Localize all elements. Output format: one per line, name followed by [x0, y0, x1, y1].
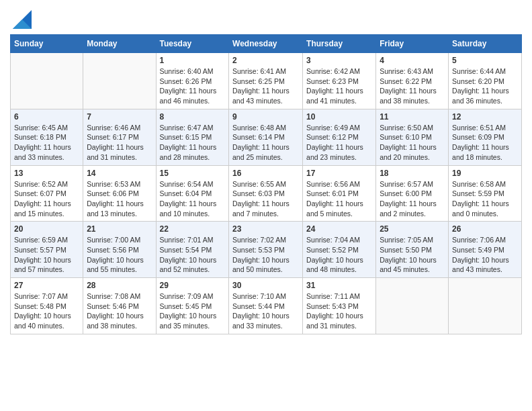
table-row: 31Sunrise: 7:11 AMSunset: 5:43 PMDayligh… [303, 278, 376, 334]
day-number: 19 [452, 169, 518, 178]
table-row: 9Sunrise: 6:48 AMSunset: 6:14 PMDaylight… [229, 109, 303, 165]
day-number: 5 [452, 56, 518, 65]
table-row: 7Sunrise: 6:46 AMSunset: 6:17 PMDaylight… [83, 109, 156, 165]
day-number: 17 [306, 169, 372, 178]
day-info: Sunrise: 7:06 AMSunset: 5:49 PMDaylight:… [452, 235, 518, 275]
day-number: 18 [380, 169, 445, 178]
header [10, 7, 522, 29]
table-row: 2Sunrise: 6:41 AMSunset: 6:25 PMDaylight… [229, 53, 303, 109]
day-info: Sunrise: 6:44 AMSunset: 6:20 PMDaylight:… [452, 66, 518, 106]
table-row: 16Sunrise: 6:55 AMSunset: 6:03 PMDayligh… [229, 165, 303, 222]
table-row: 18Sunrise: 6:57 AMSunset: 6:00 PMDayligh… [376, 165, 449, 222]
table-row: 29Sunrise: 7:09 AMSunset: 5:45 PMDayligh… [156, 278, 229, 334]
calendar-week-row: 20Sunrise: 6:59 AMSunset: 5:57 PMDayligh… [11, 222, 522, 278]
day-info: Sunrise: 7:08 AMSunset: 5:46 PMDaylight:… [87, 291, 152, 331]
day-info: Sunrise: 6:55 AMSunset: 6:03 PMDaylight:… [232, 179, 299, 219]
day-number: 10 [306, 112, 372, 122]
day-of-week-header: Wednesday [229, 35, 303, 53]
day-number: 2 [232, 56, 299, 65]
day-info: Sunrise: 7:00 AMSunset: 5:56 PMDaylight:… [87, 235, 152, 275]
day-info: Sunrise: 7:11 AMSunset: 5:43 PMDaylight:… [306, 291, 372, 331]
day-number: 16 [232, 169, 299, 178]
day-of-week-header: Sunday [11, 35, 83, 53]
day-of-week-header: Monday [83, 35, 156, 53]
day-info: Sunrise: 7:09 AMSunset: 5:45 PMDaylight:… [160, 291, 226, 331]
day-info: Sunrise: 6:42 AMSunset: 6:23 PMDaylight:… [306, 66, 372, 106]
page: SundayMondayTuesdayWednesdayThursdayFrid… [0, 0, 532, 411]
calendar-week-row: 13Sunrise: 6:52 AMSunset: 6:07 PMDayligh… [11, 165, 522, 222]
table-row: 28Sunrise: 7:08 AMSunset: 5:46 PMDayligh… [83, 278, 156, 334]
table-row: 11Sunrise: 6:50 AMSunset: 6:10 PMDayligh… [376, 109, 449, 165]
day-info: Sunrise: 6:46 AMSunset: 6:17 PMDaylight:… [87, 123, 152, 163]
table-row: 3Sunrise: 6:42 AMSunset: 6:23 PMDaylight… [303, 53, 376, 109]
day-number: 13 [14, 169, 79, 178]
table-row: 10Sunrise: 6:49 AMSunset: 6:12 PMDayligh… [303, 109, 376, 165]
table-row: 5Sunrise: 6:44 AMSunset: 6:20 PMDaylight… [449, 53, 522, 109]
day-number: 20 [14, 224, 79, 234]
table-row: 25Sunrise: 7:05 AMSunset: 5:50 PMDayligh… [376, 222, 449, 278]
day-info: Sunrise: 6:52 AMSunset: 6:07 PMDaylight:… [14, 179, 79, 219]
day-number: 4 [380, 56, 445, 65]
day-of-week-header: Saturday [449, 35, 522, 53]
logo-icon [13, 10, 32, 29]
day-info: Sunrise: 6:51 AMSunset: 6:09 PMDaylight:… [452, 123, 518, 163]
day-info: Sunrise: 7:04 AMSunset: 5:52 PMDaylight:… [306, 235, 372, 275]
day-info: Sunrise: 7:05 AMSunset: 5:50 PMDaylight:… [380, 235, 445, 275]
calendar-week-row: 27Sunrise: 7:07 AMSunset: 5:48 PMDayligh… [11, 278, 522, 334]
table-row: 20Sunrise: 6:59 AMSunset: 5:57 PMDayligh… [11, 222, 83, 278]
table-row: 21Sunrise: 7:00 AMSunset: 5:56 PMDayligh… [83, 222, 156, 278]
table-row: 26Sunrise: 7:06 AMSunset: 5:49 PMDayligh… [449, 222, 522, 278]
day-info: Sunrise: 6:49 AMSunset: 6:12 PMDaylight:… [306, 123, 372, 163]
day-number: 27 [14, 281, 79, 290]
table-row [376, 278, 449, 334]
day-number: 9 [232, 112, 299, 122]
day-number: 28 [87, 281, 152, 290]
table-row: 30Sunrise: 7:10 AMSunset: 5:44 PMDayligh… [229, 278, 303, 334]
day-number: 21 [87, 224, 152, 234]
day-number: 25 [380, 224, 445, 234]
day-of-week-header: Friday [376, 35, 449, 53]
day-number: 12 [452, 112, 518, 122]
table-row [11, 53, 83, 109]
table-row: 6Sunrise: 6:45 AMSunset: 6:18 PMDaylight… [11, 109, 83, 165]
table-row: 24Sunrise: 7:04 AMSunset: 5:52 PMDayligh… [303, 222, 376, 278]
day-number: 11 [380, 112, 445, 122]
day-info: Sunrise: 7:07 AMSunset: 5:48 PMDaylight:… [14, 291, 79, 331]
day-number: 6 [14, 112, 79, 122]
table-row: 23Sunrise: 7:02 AMSunset: 5:53 PMDayligh… [229, 222, 303, 278]
day-number: 8 [160, 112, 226, 122]
table-row: 4Sunrise: 6:43 AMSunset: 6:22 PMDaylight… [376, 53, 449, 109]
logo [10, 10, 32, 29]
day-info: Sunrise: 6:50 AMSunset: 6:10 PMDaylight:… [380, 123, 445, 163]
day-number: 24 [306, 224, 372, 234]
table-row: 12Sunrise: 6:51 AMSunset: 6:09 PMDayligh… [449, 109, 522, 165]
day-number: 22 [160, 224, 226, 234]
day-info: Sunrise: 6:45 AMSunset: 6:18 PMDaylight:… [14, 123, 79, 163]
calendar-header-row: SundayMondayTuesdayWednesdayThursdayFrid… [11, 35, 522, 53]
table-row: 27Sunrise: 7:07 AMSunset: 5:48 PMDayligh… [11, 278, 83, 334]
day-number: 26 [452, 224, 518, 234]
table-row: 15Sunrise: 6:54 AMSunset: 6:04 PMDayligh… [156, 165, 229, 222]
table-row: 13Sunrise: 6:52 AMSunset: 6:07 PMDayligh… [11, 165, 83, 222]
day-of-week-header: Thursday [303, 35, 376, 53]
day-number: 7 [87, 112, 152, 122]
day-number: 15 [160, 169, 226, 178]
day-info: Sunrise: 6:48 AMSunset: 6:14 PMDaylight:… [232, 123, 299, 163]
day-info: Sunrise: 6:41 AMSunset: 6:25 PMDaylight:… [232, 66, 299, 106]
day-info: Sunrise: 7:02 AMSunset: 5:53 PMDaylight:… [232, 235, 299, 275]
table-row: 1Sunrise: 6:40 AMSunset: 6:26 PMDaylight… [156, 53, 229, 109]
day-info: Sunrise: 6:43 AMSunset: 6:22 PMDaylight:… [380, 66, 445, 106]
day-info: Sunrise: 6:53 AMSunset: 6:06 PMDaylight:… [87, 179, 152, 219]
table-row [449, 278, 522, 334]
table-row: 8Sunrise: 6:47 AMSunset: 6:15 PMDaylight… [156, 109, 229, 165]
table-row: 14Sunrise: 6:53 AMSunset: 6:06 PMDayligh… [83, 165, 156, 222]
day-number: 23 [232, 224, 299, 234]
day-info: Sunrise: 6:57 AMSunset: 6:00 PMDaylight:… [380, 179, 445, 219]
day-number: 31 [306, 281, 372, 290]
table-row: 17Sunrise: 6:56 AMSunset: 6:01 PMDayligh… [303, 165, 376, 222]
day-info: Sunrise: 6:47 AMSunset: 6:15 PMDaylight:… [160, 123, 226, 163]
day-number: 29 [160, 281, 226, 290]
day-number: 14 [87, 169, 152, 178]
calendar-week-row: 6Sunrise: 6:45 AMSunset: 6:18 PMDaylight… [11, 109, 522, 165]
day-info: Sunrise: 6:56 AMSunset: 6:01 PMDaylight:… [306, 179, 372, 219]
